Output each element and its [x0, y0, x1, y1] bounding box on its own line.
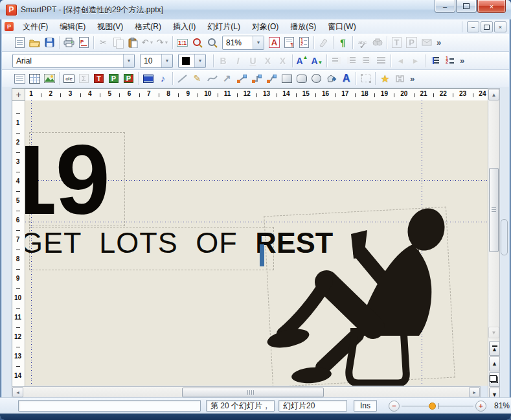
first-slide-button[interactable]: ▲ — [489, 341, 500, 356]
connector-button[interactable] — [234, 71, 249, 86]
align-right-button[interactable] — [344, 54, 359, 68]
menu-item-5[interactable]: 插入(I) — [168, 19, 201, 34]
browse-slides-button[interactable] — [489, 372, 500, 387]
numbered-list-button[interactable]: 12 — [442, 54, 457, 68]
align-center-button[interactable] — [359, 54, 374, 68]
font-combo[interactable]: Arial ▼ — [12, 54, 135, 68]
superscript-button[interactable]: X — [260, 54, 275, 68]
toolbar-overflow-icon[interactable]: » — [437, 38, 441, 47]
minimize-button[interactable]: – — [435, 0, 455, 13]
rounded-rectangle-button[interactable] — [294, 71, 309, 86]
print-button[interactable] — [62, 36, 76, 50]
color-swatch-combo[interactable]: ▼ — [178, 54, 206, 68]
redo-button[interactable]: ↷▼ — [155, 36, 170, 50]
pdf-export-button[interactable]: P — [76, 36, 91, 50]
ellipse-button[interactable] — [309, 71, 324, 86]
placeholder-frame-button[interactable]: P — [106, 71, 121, 86]
movie-frame-button[interactable] — [141, 71, 155, 86]
silhouette-man-in-chair-image[interactable] — [260, 198, 454, 386]
cut-button[interactable]: ✂ — [96, 36, 111, 50]
list-settings-button[interactable]: 12 — [297, 36, 312, 50]
contour-button[interactable] — [392, 71, 407, 86]
pane-splitter-handle[interactable] — [501, 219, 508, 255]
table-frame-button[interactable] — [27, 71, 42, 86]
restore-button[interactable] — [456, 0, 477, 13]
zoom-slider-thumb[interactable] — [429, 402, 436, 410]
paragraph-settings-button[interactable]: ¶ — [282, 36, 297, 50]
menu-item-8[interactable]: 播放(S) — [285, 19, 321, 34]
mdi-close-button[interactable]: × — [494, 21, 506, 32]
rectangle-button[interactable] — [279, 71, 294, 86]
underline-button[interactable]: U — [245, 54, 260, 68]
zoom-button[interactable] — [205, 36, 220, 50]
template-button[interactable]: T — [389, 36, 404, 50]
find-button[interactable] — [370, 36, 385, 50]
star-button[interactable]: ★ — [378, 71, 392, 86]
zoom-slider-track[interactable] — [402, 406, 429, 406]
subscript-button[interactable]: X — [275, 54, 290, 68]
wordart-button[interactable]: A — [339, 71, 354, 86]
curved-connector-button[interactable] — [264, 71, 279, 86]
menu-item-2[interactable]: 编辑(E) — [54, 19, 91, 34]
bold-button[interactable]: B — [216, 54, 231, 68]
status-insert-mode[interactable]: Ins — [354, 400, 377, 412]
format-painter-button[interactable] — [316, 36, 331, 50]
line-button[interactable] — [175, 71, 190, 86]
zoom-100-button[interactable]: 1:1 — [175, 36, 190, 50]
ruler-origin-button[interactable]: + — [12, 88, 25, 101]
zoom-in-button[interactable]: + — [475, 401, 486, 412]
text-frame-button[interactable] — [12, 71, 27, 86]
zoom-out-button[interactable]: − — [389, 401, 400, 412]
indent-button[interactable]: ► — [408, 54, 423, 68]
outdent-button[interactable]: ◄ — [393, 54, 408, 68]
size-combo[interactable]: 10 ▼ — [140, 54, 173, 68]
title-frame-button[interactable]: T — [91, 71, 106, 86]
image-frame-button[interactable] — [42, 71, 57, 86]
previous-slide-button[interactable]: ▲ — [489, 356, 500, 371]
scroll-right-button[interactable]: ► — [469, 387, 480, 397]
mdi-restore-button[interactable] — [481, 21, 493, 32]
grow-font-button[interactable]: A▲ — [295, 54, 310, 68]
italic-button[interactable]: I — [231, 54, 245, 68]
open-button[interactable] — [27, 36, 42, 50]
toolbar-draw-overflow-icon[interactable]: » — [410, 74, 414, 84]
export-button[interactable] — [419, 36, 434, 50]
menu-item-1[interactable]: 文件(F) — [17, 19, 53, 34]
save-button[interactable] — [42, 36, 57, 50]
ole-frame-button[interactable]: ole — [62, 71, 76, 86]
undo-button[interactable]: ↶▼ — [141, 36, 155, 50]
menu-item-6[interactable]: 幻灯片(L) — [202, 19, 245, 34]
zoom-combo[interactable]: 81% ▼ — [222, 36, 264, 50]
scroll-down-button[interactable]: ▼ — [488, 327, 499, 338]
font-color-button[interactable]: A — [267, 36, 282, 50]
new-button[interactable] — [12, 36, 27, 50]
polygon-button[interactable] — [324, 71, 339, 86]
slide-canvas[interactable]: 19 GET LOTS OF REST — [25, 100, 490, 386]
mdi-minimize-button[interactable]: – — [467, 21, 479, 32]
paste-button[interactable] — [126, 36, 141, 50]
menu-item-9[interactable]: 窗口(W) — [323, 19, 361, 34]
sound-frame-button[interactable]: ♪ — [155, 71, 170, 86]
presentation-button[interactable]: P — [404, 36, 419, 50]
toolbar-format-overflow-icon[interactable]: » — [460, 56, 464, 65]
menu-item-4[interactable]: 格式(R) — [130, 19, 166, 34]
bullet-list-button[interactable] — [427, 54, 442, 68]
group-button[interactable] — [358, 71, 373, 86]
zoom-slider-track-right[interactable] — [438, 406, 473, 406]
slide-title-text[interactable]: 19 — [25, 130, 109, 229]
shrink-font-button[interactable]: A▼ — [310, 54, 324, 68]
align-left-button[interactable] — [329, 54, 344, 68]
elbow-connector-button[interactable] — [249, 71, 264, 86]
justify-button[interactable] — [374, 54, 389, 68]
placeholder2-frame-button[interactable]: P — [121, 71, 136, 86]
scroll-up-button[interactable]: ▲ — [488, 89, 499, 100]
freehand-button[interactable]: ✎ — [190, 71, 205, 86]
menu-item-3[interactable]: 视图(V) — [92, 19, 128, 34]
spellcheck-button[interactable]: abc✓ — [355, 36, 370, 50]
formatting-marks-button[interactable]: ¶ — [335, 36, 350, 50]
scroll-left-button[interactable]: ◄ — [12, 387, 23, 397]
zoom-region-button[interactable] — [190, 36, 205, 50]
curve-button[interactable] — [205, 71, 220, 86]
menu-item-7[interactable]: 对象(O) — [247, 19, 284, 34]
copy-button[interactable] — [111, 36, 126, 50]
